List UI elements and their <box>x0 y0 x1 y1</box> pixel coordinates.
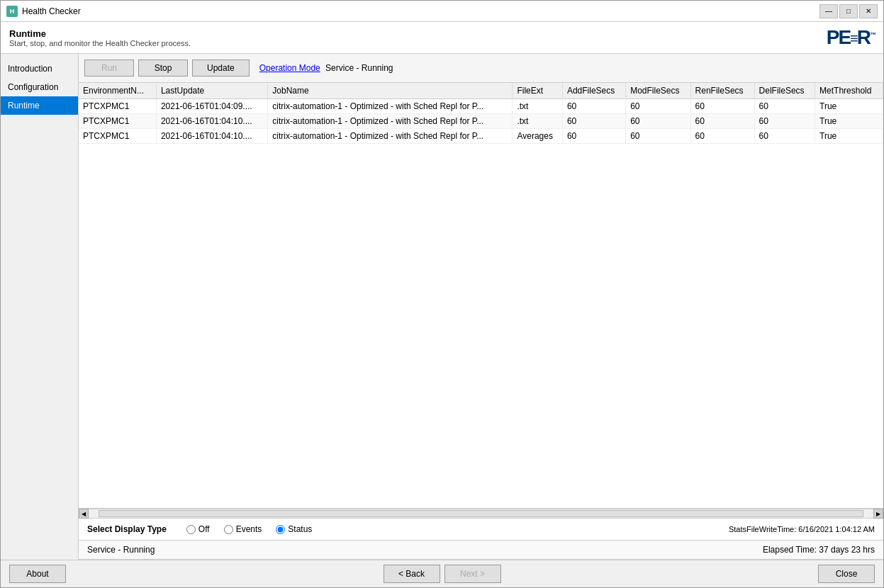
display-type-area: Select Display Type Off Events Status St… <box>79 519 883 541</box>
header-text: Runtime Start, stop, and monitor the Hea… <box>9 28 191 47</box>
peer-logo: PE≡R™ <box>827 26 875 49</box>
radio-events[interactable]: Events <box>224 524 262 534</box>
col-mod-file-secs: ModFileSecs <box>626 83 690 99</box>
status-bar-content: Service - Running Elapsed Time: 37 days … <box>79 541 883 560</box>
stats-time-area: StatsFileWriteTime: 6/16/2021 1:04:12 AM <box>729 525 875 533</box>
radio-off-label: Off <box>198 524 210 534</box>
col-file-ext: FileExt <box>513 83 562 99</box>
scroll-track[interactable] <box>99 510 863 517</box>
table-body: PTCXPMC12021-06-16T01:04:09....citrix-au… <box>79 99 883 144</box>
toolbar: Run Stop Update Operation Mode Service -… <box>79 54 883 83</box>
col-ren-file-secs: RenFileSecs <box>690 83 754 99</box>
operation-mode-label[interactable]: Operation Mode <box>259 63 320 73</box>
radio-status[interactable]: Status <box>276 524 312 534</box>
elapsed-time: Elapsed Time: 37 days 23 hrs <box>763 545 875 555</box>
radio-off-input[interactable] <box>186 525 196 534</box>
logo-r: R <box>857 26 870 48</box>
logo-bars: ≡ <box>850 30 857 46</box>
radio-status-input[interactable] <box>276 525 285 534</box>
stats-time-label: StatsFileWriteTime: <box>729 525 796 533</box>
app-icon: H <box>6 6 18 17</box>
close-window-button[interactable]: ✕ <box>859 4 878 18</box>
table-row[interactable]: PTCXPMC12021-06-16T01:04:10....citrix-au… <box>79 114 883 129</box>
col-environment: EnvironmentN... <box>79 83 156 99</box>
radio-status-label: Status <box>288 524 312 534</box>
logo-trademark: ™ <box>870 31 875 38</box>
header-section: Runtime <box>9 28 191 39</box>
stop-button[interactable]: Stop <box>138 60 188 77</box>
footer: About < Back Next > Close <box>1 560 883 587</box>
scroll-right-arrow[interactable]: ▶ <box>873 509 883 519</box>
table-container[interactable]: EnvironmentN... LastUpdate JobName FileE… <box>79 83 883 509</box>
operation-mode-value: Service - Running <box>325 63 393 73</box>
table-header-row: EnvironmentN... LastUpdate JobName FileE… <box>79 83 883 99</box>
about-button[interactable]: About <box>9 565 66 583</box>
display-type-label: Select Display Type <box>87 524 167 534</box>
radio-events-input[interactable] <box>224 525 233 534</box>
col-add-file-secs: AddFileSecs <box>562 83 625 99</box>
window-title: Health Checker <box>22 6 81 16</box>
sidebar: Introduction Configuration Runtime <box>1 54 79 560</box>
service-status: Service - Running <box>87 545 155 555</box>
table-row[interactable]: PTCXPMC12021-06-16T01:04:10....citrix-au… <box>79 129 883 144</box>
content-area: Run Stop Update Operation Mode Service -… <box>79 54 883 560</box>
maximize-button[interactable]: □ <box>839 4 858 18</box>
scroll-left-arrow[interactable]: ◀ <box>79 509 89 519</box>
stats-time-value: 6/16/2021 1:04:12 AM <box>798 525 875 533</box>
sidebar-item-introduction[interactable]: Introduction <box>1 60 78 78</box>
radio-events-label: Events <box>236 524 262 534</box>
footer-center: < Back Next > <box>384 565 501 583</box>
operation-mode: Operation Mode Service - Running <box>259 63 393 73</box>
horizontal-scrollbar[interactable]: ◀ ▶ <box>79 509 883 519</box>
main-area: Introduction Configuration Runtime Run S… <box>1 54 883 560</box>
minimize-button[interactable]: — <box>819 4 838 18</box>
next-button[interactable]: Next > <box>444 565 501 583</box>
title-controls: — □ ✕ <box>819 4 878 18</box>
sidebar-item-configuration[interactable]: Configuration <box>1 78 78 96</box>
radio-off[interactable]: Off <box>186 524 210 534</box>
logo-text: PE <box>827 26 850 48</box>
col-met-threshold: MetThreshold <box>815 83 883 99</box>
main-window: H Health Checker — □ ✕ Runtime Start, st… <box>0 0 884 588</box>
run-button[interactable]: Run <box>84 60 134 77</box>
sidebar-item-runtime[interactable]: Runtime <box>1 96 78 115</box>
close-button[interactable]: Close <box>818 565 875 583</box>
col-job-name: JobName <box>268 83 513 99</box>
header-description: Start, stop, and monitor the Health Chec… <box>9 39 191 47</box>
col-last-update: LastUpdate <box>156 83 267 99</box>
data-table: EnvironmentN... LastUpdate JobName FileE… <box>79 83 883 144</box>
header-area: Runtime Start, stop, and monitor the Hea… <box>1 22 883 54</box>
back-button[interactable]: < Back <box>384 565 440 583</box>
update-button[interactable]: Update <box>192 60 250 77</box>
col-del-file-secs: DelFileSecs <box>754 83 815 99</box>
title-bar-left: H Health Checker <box>6 6 81 17</box>
table-row[interactable]: PTCXPMC12021-06-16T01:04:09....citrix-au… <box>79 99 883 114</box>
title-bar: H Health Checker — □ ✕ <box>1 1 883 22</box>
